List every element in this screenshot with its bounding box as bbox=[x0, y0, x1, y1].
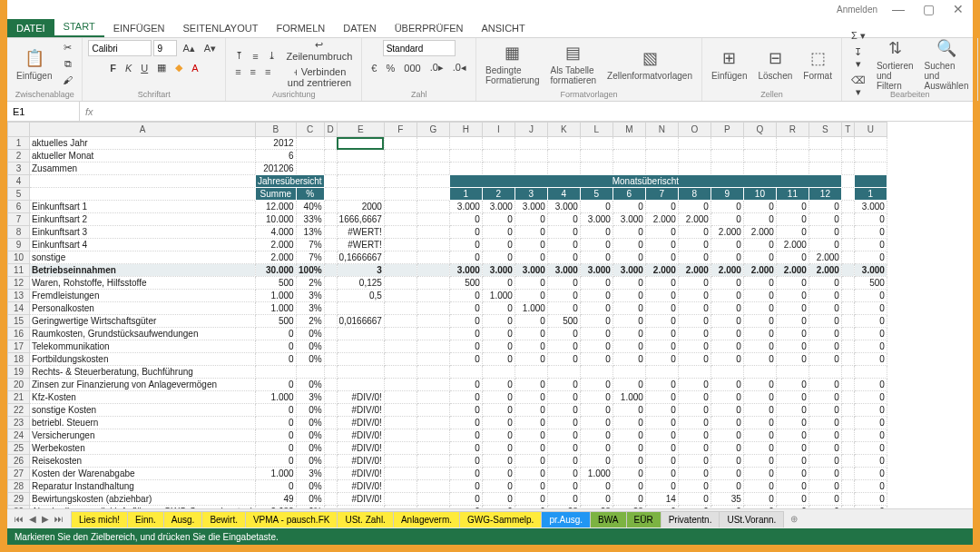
row-header[interactable]: 30 bbox=[8, 506, 30, 509]
cell[interactable]: 0 bbox=[710, 480, 743, 493]
cell[interactable] bbox=[547, 150, 580, 163]
cell[interactable]: 0 bbox=[612, 404, 645, 417]
cell[interactable]: 0 bbox=[743, 429, 776, 442]
cell[interactable]: 28 bbox=[547, 506, 580, 509]
cell[interactable] bbox=[384, 150, 416, 163]
cell[interactable]: 0 bbox=[808, 340, 841, 353]
cell[interactable]: 0 bbox=[612, 239, 645, 251]
cell[interactable]: 0 bbox=[678, 442, 710, 455]
cell[interactable]: 0 bbox=[743, 468, 776, 480]
cell[interactable] bbox=[296, 366, 324, 379]
cell[interactable] bbox=[612, 366, 645, 379]
cell[interactable]: 0 bbox=[580, 315, 612, 328]
row-header[interactable]: 15 bbox=[8, 315, 30, 328]
row-header[interactable]: 7 bbox=[8, 213, 30, 226]
cell[interactable]: 2.000 bbox=[743, 226, 776, 239]
cell[interactable]: 3.000 bbox=[514, 264, 547, 277]
cell[interactable] bbox=[841, 328, 854, 340]
font-color-button[interactable]: A bbox=[188, 61, 201, 75]
cell[interactable]: 0 bbox=[854, 493, 887, 506]
cell[interactable] bbox=[324, 251, 337, 264]
cell[interactable] bbox=[384, 417, 416, 429]
cell[interactable]: 0 bbox=[776, 201, 808, 213]
cell[interactable] bbox=[324, 213, 337, 226]
cell[interactable] bbox=[743, 366, 776, 379]
cell[interactable] bbox=[256, 366, 297, 379]
cell[interactable]: 0 bbox=[256, 429, 297, 442]
cell[interactable]: 0 bbox=[482, 506, 514, 509]
cell[interactable] bbox=[416, 468, 449, 480]
cell[interactable] bbox=[841, 493, 854, 506]
cell[interactable] bbox=[841, 264, 854, 277]
cell[interactable]: Telekommunikation bbox=[30, 340, 256, 353]
cell[interactable] bbox=[416, 391, 449, 404]
cell[interactable]: 500 bbox=[256, 277, 297, 290]
row-header[interactable]: 6 bbox=[8, 201, 30, 213]
cell[interactable]: 0 bbox=[612, 353, 645, 366]
underline-button[interactable]: U bbox=[137, 61, 152, 75]
cell[interactable]: 0 bbox=[449, 302, 482, 315]
cell[interactable] bbox=[416, 277, 449, 290]
cell[interactable]: 0 bbox=[743, 493, 776, 506]
cell[interactable]: 0 bbox=[547, 468, 580, 480]
maximize-icon[interactable]: ▢ bbox=[919, 2, 938, 16]
login-link[interactable]: Anmelden bbox=[837, 5, 877, 15]
ribbon-tab-seitenlayout[interactable]: SEITENLAYOUT bbox=[173, 19, 267, 37]
cell[interactable]: 0 bbox=[449, 213, 482, 226]
cell[interactable]: 0 bbox=[612, 328, 645, 340]
cell[interactable] bbox=[337, 366, 384, 379]
cell[interactable]: 0 bbox=[580, 391, 612, 404]
cell[interactable]: 0 bbox=[580, 493, 612, 506]
cell[interactable]: 0 bbox=[612, 417, 645, 429]
cell[interactable] bbox=[416, 417, 449, 429]
cell[interactable]: 2012 bbox=[256, 137, 297, 150]
cell[interactable]: 3% bbox=[296, 302, 324, 315]
cell[interactable]: 0 bbox=[678, 290, 710, 302]
cell[interactable]: 0 bbox=[612, 480, 645, 493]
cell[interactable] bbox=[416, 455, 449, 468]
row-header[interactable]: 22 bbox=[8, 404, 30, 417]
cell[interactable]: 0 bbox=[612, 315, 645, 328]
row-header[interactable]: 5 bbox=[8, 188, 30, 201]
cell[interactable]: 0 bbox=[612, 226, 645, 239]
cell[interactable]: 0 bbox=[743, 391, 776, 404]
cell[interactable]: 0 bbox=[449, 493, 482, 506]
cell[interactable] bbox=[841, 340, 854, 353]
cell[interactable]: 0 bbox=[612, 340, 645, 353]
cell[interactable]: 0 bbox=[612, 201, 645, 213]
cell[interactable]: 0 bbox=[449, 379, 482, 391]
cell[interactable]: 7% bbox=[296, 239, 324, 251]
cell[interactable] bbox=[416, 506, 449, 509]
cell[interactable]: 2.000 bbox=[776, 264, 808, 277]
col-header[interactable]: T bbox=[841, 123, 854, 137]
cell[interactable]: 0 bbox=[645, 442, 678, 455]
cell[interactable]: 0 bbox=[612, 493, 645, 506]
cell[interactable] bbox=[841, 302, 854, 315]
cell[interactable]: sonstige bbox=[30, 251, 256, 264]
cell[interactable]: 0 bbox=[645, 340, 678, 353]
cell[interactable]: 0 bbox=[612, 429, 645, 442]
cell[interactable]: 0 bbox=[743, 251, 776, 264]
sheet-tab[interactable]: Privatentn. bbox=[661, 511, 720, 527]
cell[interactable]: 0 bbox=[743, 379, 776, 391]
sheet-tab[interactable]: Bewirt. bbox=[201, 511, 246, 527]
sheet-tab[interactable]: VPMA - pausch.FK bbox=[245, 511, 338, 527]
cell[interactable]: 0 bbox=[612, 455, 645, 468]
cell[interactable]: 0% bbox=[296, 404, 324, 417]
cell[interactable]: 0 bbox=[514, 506, 547, 509]
cell[interactable] bbox=[324, 277, 337, 290]
cell[interactable] bbox=[384, 290, 416, 302]
cell[interactable]: 3.000 bbox=[612, 213, 645, 226]
row-header[interactable]: 9 bbox=[8, 239, 30, 251]
cell[interactable]: 3.000 bbox=[449, 264, 482, 277]
cell[interactable]: 0 bbox=[776, 429, 808, 442]
cell[interactable]: 0 bbox=[449, 315, 482, 328]
cell[interactable]: 0 bbox=[743, 442, 776, 455]
cell[interactable]: 0 bbox=[547, 493, 580, 506]
cell[interactable]: 0 bbox=[547, 226, 580, 239]
cell[interactable]: 0 bbox=[514, 391, 547, 404]
cell[interactable]: 0 bbox=[776, 315, 808, 328]
cell[interactable] bbox=[678, 137, 710, 150]
cell[interactable] bbox=[612, 163, 645, 175]
cell[interactable]: 0 bbox=[776, 328, 808, 340]
